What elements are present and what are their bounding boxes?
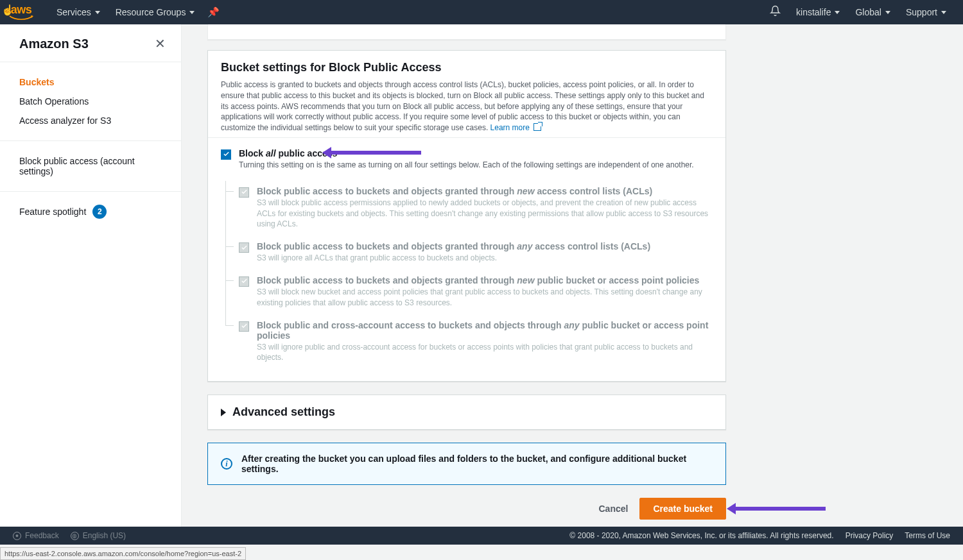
sub-setting-desc: S3 will ignore public and cross-account … [257, 342, 713, 364]
nav-account-label: kinstalife [796, 7, 831, 17]
sidebar: Amazon S3 ✕ Buckets Batch Operations Acc… [0, 24, 182, 527]
main-content: Bucket settings for Block Public Access … [182, 24, 963, 527]
speech-icon: ● [13, 532, 21, 540]
globe-icon: ◍ [71, 532, 79, 540]
triangle-right-icon [221, 409, 226, 416]
block-public-access-card: Bucket settings for Block Public Access … [207, 50, 726, 382]
nav-support-label: Support [906, 7, 937, 17]
advanced-settings-toggle[interactable]: Advanced settings [207, 395, 726, 430]
top-nav: aws Services Resource Groups 📌 kinstalif… [0, 0, 963, 24]
check-icon [223, 151, 230, 158]
chevron-down-icon [941, 11, 946, 14]
sub-setting-title: Block public access to buckets and objec… [257, 275, 713, 285]
bell-icon[interactable] [762, 5, 788, 19]
card-heading: Bucket settings for Block Public Access [221, 61, 713, 74]
check-icon [241, 189, 248, 196]
sub-setting-title: Block public access to buckets and objec… [257, 241, 713, 251]
sub-setting-title: Block public access to buckets and objec… [257, 186, 713, 196]
block-all-desc: Turning this setting on is the same as t… [239, 160, 713, 171]
action-row: Cancel Create bucket [207, 498, 726, 527]
sub-setting-title: Block public and cross-account access to… [257, 320, 713, 341]
sub-setting-desc: S3 will block public access permissions … [257, 198, 713, 230]
check-icon [241, 244, 248, 251]
card-description: Public access is granted to buckets and … [221, 80, 713, 133]
sub-setting-row: Block public access to buckets and objec… [236, 236, 713, 270]
footer-privacy-link[interactable]: Privacy Policy [846, 531, 894, 540]
nav-services[interactable]: Services [49, 0, 108, 24]
sidebar-group-2: Block public access (account settings) [0, 141, 181, 192]
sidebar-item-analyzer[interactable]: Access analyzer for S3 [19, 111, 162, 130]
annotation-arrow-1 [331, 151, 421, 155]
info-text: After creating the bucket you can upload… [241, 454, 713, 474]
feature-spotlight-label: Feature spotlight [19, 207, 86, 217]
sidebar-item-buckets[interactable]: Buckets [19, 72, 162, 92]
block-all-checkbox[interactable] [221, 149, 231, 160]
block-all-title: Block all public access [239, 148, 713, 158]
sub-setting-desc: S3 will block new bucket and access poin… [257, 287, 713, 309]
sub-setting-checkbox [239, 321, 249, 332]
external-link-icon [534, 123, 541, 131]
nav-resource-groups-label: Resource Groups [116, 7, 186, 17]
nav-region[interactable]: Global [847, 0, 898, 24]
chevron-down-icon [835, 11, 840, 14]
nav-account[interactable]: kinstalife [788, 0, 847, 24]
previous-card-fragment [207, 24, 726, 40]
sub-setting-desc: S3 will ignore all ACLs that grant publi… [257, 253, 713, 264]
sidebar-group-1: Buckets Batch Operations Access analyzer… [0, 62, 181, 141]
check-icon [241, 323, 248, 330]
pin-icon[interactable]: 📌 [202, 6, 225, 18]
sub-setting-row: Block public and cross-account access to… [236, 315, 713, 370]
sub-setting-checkbox [239, 187, 249, 198]
feature-spotlight-badge: 2 [92, 205, 107, 219]
block-all-row: Block all public access Turning this set… [221, 148, 713, 171]
mouse-cursor: ☝ [1, 4, 14, 16]
footer-feedback[interactable]: ● Feedback [13, 531, 59, 540]
nav-support[interactable]: Support [898, 0, 954, 24]
footer-language[interactable]: ◍ English (US) [71, 531, 126, 540]
footer-copyright: © 2008 - 2020, Amazon Web Services, Inc.… [569, 531, 833, 540]
aws-swoosh-icon [9, 15, 33, 21]
sub-settings-tree: Block public access to buckets and objec… [225, 181, 713, 369]
chevron-down-icon [885, 11, 890, 14]
sidebar-title: Amazon S3 [19, 37, 89, 51]
footer-terms-link[interactable]: Terms of Use [905, 531, 950, 540]
close-icon[interactable]: ✕ [155, 36, 166, 51]
footer: ● Feedback ◍ English (US) © 2008 - 2020,… [0, 527, 963, 545]
sub-setting-row: Block public access to buckets and objec… [236, 270, 713, 315]
learn-more-link[interactable]: Learn more [490, 123, 542, 132]
sub-setting-checkbox [239, 276, 249, 287]
sub-setting-row: Block public access to buckets and objec… [236, 181, 713, 236]
annotation-arrow-2 [736, 507, 826, 511]
status-bar-url: https://us-east-2.console.aws.amazon.com… [0, 547, 246, 560]
check-icon [241, 278, 248, 285]
info-banner: i After creating the bucket you can uplo… [207, 443, 726, 485]
nav-resource-groups[interactable]: Resource Groups [108, 0, 203, 24]
nav-services-label: Services [56, 7, 91, 17]
cancel-button[interactable]: Cancel [596, 498, 630, 519]
chevron-down-icon [95, 11, 100, 14]
sidebar-feature-spotlight[interactable]: Feature spotlight 2 [0, 192, 181, 232]
advanced-settings-label: Advanced settings [232, 405, 335, 419]
sidebar-item-block-public[interactable]: Block public access (account settings) [19, 151, 162, 181]
sidebar-item-batch[interactable]: Batch Operations [19, 92, 162, 111]
sub-setting-checkbox [239, 242, 249, 253]
info-icon: i [221, 458, 232, 470]
chevron-down-icon [189, 11, 195, 14]
create-bucket-button[interactable]: Create bucket [639, 498, 726, 520]
nav-region-label: Global [855, 7, 881, 17]
